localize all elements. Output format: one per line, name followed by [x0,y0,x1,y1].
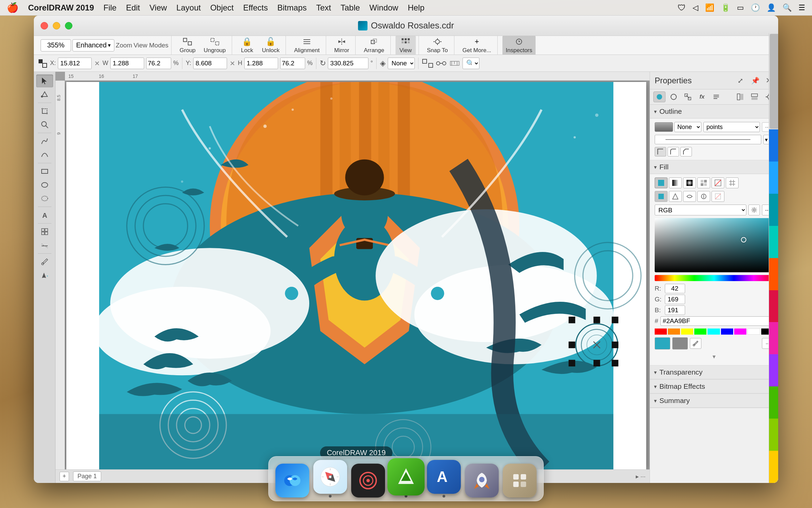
panel-pin-btn[interactable]: 📌 [749,75,761,86]
dock-safari[interactable] [313,460,347,498]
get-more-button[interactable]: + Get More... [459,36,495,55]
panel-expand-btn[interactable]: ⤢ [734,75,746,86]
transform-icon[interactable] [422,59,433,68]
outline-section-header[interactable]: ▾ Outline [650,105,778,119]
antivirus-icon[interactable]: 🛡 [678,3,686,13]
g-input[interactable] [665,295,685,304]
effects-tab-btn[interactable] [682,91,694,102]
fill-section-header[interactable]: ▾ Fill [650,160,778,174]
dock-rocket[interactable] [465,464,499,498]
info-tab-btn[interactable] [710,91,722,102]
transparency-section-header[interactable]: ▾ Transparency [650,365,778,379]
swatch-cyan[interactable] [707,329,720,335]
curve-tool-btn[interactable] [36,148,53,161]
outline-color-preview[interactable] [655,122,673,132]
menubar-help[interactable]: Help [408,3,424,13]
outline-points-dropdown[interactable]: points [703,122,760,132]
fill-custom-btn[interactable] [697,191,710,202]
menubar-file[interactable]: File [104,3,117,13]
menubar-edit[interactable]: Edit [126,3,140,13]
w-input[interactable] [110,58,144,69]
palette-purple[interactable] [769,354,778,386]
palette-orange[interactable] [769,258,778,290]
menubar-window[interactable]: Window [369,3,398,13]
swatch-yellow[interactable] [681,329,693,335]
page-1-tab[interactable]: Page 1 [73,471,101,481]
swatch-red[interactable] [655,329,667,335]
color-picker-gradient[interactable] [655,218,773,272]
lock-button[interactable]: 🔒 Lock [237,36,257,55]
minimize-button[interactable] [53,22,60,29]
palette-lime[interactable] [769,419,778,451]
panel-options-1[interactable] [734,91,746,102]
shape-tool-btn[interactable] [36,88,53,101]
nodes-icon[interactable] [435,59,447,68]
dock-misc[interactable] [503,464,537,498]
palette-pink[interactable] [769,322,778,354]
fill-flat-btn[interactable] [655,191,668,202]
palette-yellow[interactable] [769,451,778,483]
b-input[interactable] [665,305,685,315]
menubar-object[interactable]: Object [210,3,233,13]
inspectors-button[interactable]: Inspectors [502,36,536,55]
color-settings-btn[interactable] [748,205,760,215]
bitmap-effects-section-header[interactable]: ▾ Bitmap Effects [650,380,778,394]
fill-tool-btn[interactable] [36,269,53,282]
angle-input[interactable] [328,58,368,69]
h-input[interactable] [244,58,278,69]
fill-bitmap-btn[interactable] [697,177,710,188]
fill-vector-fill-btn[interactable] [669,191,682,202]
menubar-table[interactable]: Table [340,3,360,13]
menubar-view[interactable]: View [150,3,167,13]
panel-options-2[interactable] [748,91,761,102]
palette-blue[interactable] [769,129,778,162]
parallel-dim-tool-btn[interactable] [36,239,53,252]
fill-radial-grad-btn[interactable] [683,177,696,188]
battery-icon[interactable]: 🔋 [721,3,730,12]
outline-none-dropdown[interactable]: None [674,122,701,132]
fill-tab-btn[interactable] [653,91,666,102]
swatch-purple[interactable] [734,329,746,335]
corner-round-btn[interactable] [668,147,679,156]
fullscreen-button[interactable] [65,22,72,29]
fill-none-btn[interactable] [712,177,724,188]
unlock-button[interactable]: 🔓 Unlock [258,36,283,55]
corner-bevel-btn[interactable] [680,147,692,156]
swatch-green[interactable] [694,329,706,335]
palette-scrollbar-thumb[interactable] [770,72,778,129]
eyedropper-btn[interactable] [690,338,701,349]
fill-section-bottom-chevron[interactable]: ▾ [655,352,773,362]
color-model-dropdown[interactable]: RGB CMYK HSL [655,205,746,215]
outline-line-preview[interactable] [655,135,761,144]
dock-coreldraw[interactable] [389,460,423,498]
fill-linear-grad-btn[interactable] [669,177,682,188]
hex-input[interactable] [660,316,773,326]
snap-to-button[interactable]: Snap To [424,36,451,55]
text-tool-btn[interactable]: A [36,209,53,221]
freehand-tool-btn[interactable] [36,135,53,148]
zoom-tool-btn[interactable] [36,118,53,131]
eyedropper-tool-btn[interactable] [36,255,53,268]
table-tool-btn[interactable] [36,225,53,238]
crop-tool-btn[interactable] [36,105,53,118]
swatch-orange[interactable] [668,329,680,335]
add-page-btn[interactable]: + [60,472,69,481]
alignment-button[interactable]: Alignment [291,36,323,55]
close-button[interactable] [41,22,48,29]
menubar-text[interactable]: Text [316,3,331,13]
palette-teal[interactable] [769,194,778,226]
x-input[interactable] [58,58,92,69]
fill-wrap-btn[interactable] [683,191,696,202]
y-input[interactable] [193,58,227,69]
current-color-box[interactable] [655,337,670,350]
view-button[interactable]: View [396,36,416,55]
corner-miter-btn[interactable] [655,147,666,156]
dock-finder[interactable] [275,464,309,498]
swatch-blue[interactable] [721,329,733,335]
apple-menu[interactable]: 🍎 [7,2,19,13]
mirror-button[interactable]: Mirror [331,36,353,55]
arrange-button[interactable]: Arrange [360,36,387,55]
palette-mint[interactable] [769,226,778,258]
menubar-layout[interactable]: Layout [176,3,201,13]
polygon-tool-btn[interactable] [36,192,53,205]
